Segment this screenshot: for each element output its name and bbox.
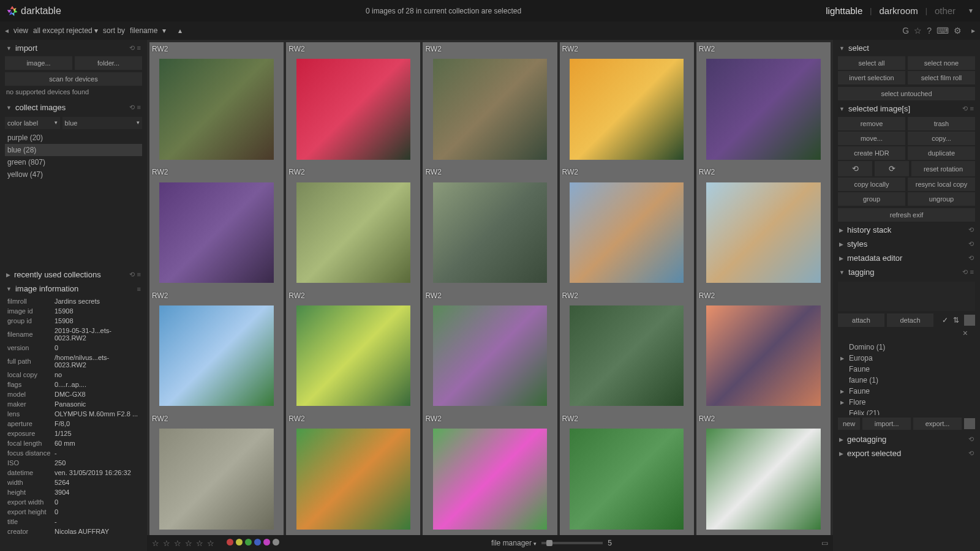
import-header[interactable]: ▼import ⟲ ≡ [5, 41, 142, 55]
trash-button[interactable]: trash [908, 117, 975, 130]
menu-icon[interactable]: ≡ [137, 103, 141, 111]
selected-images-header[interactable]: ▼selected image[s] ⟲ ≡ [838, 102, 975, 116]
collect-item[interactable]: purple (20) [5, 132, 142, 144]
thumbnail[interactable]: RW2 [560, 289, 694, 423]
tag-item[interactable]: Faune [838, 364, 975, 375]
thumbnail[interactable]: RW2 [286, 412, 420, 535]
detach-button[interactable]: detach [887, 313, 933, 327]
color-label-dot[interactable] [245, 539, 252, 545]
mode-dropdown-icon[interactable]: ▼ [968, 7, 974, 14]
menu-icon[interactable]: ≡ [137, 44, 141, 52]
hdr-button[interactable]: create HDR [838, 146, 905, 160]
keyboard-icon[interactable]: ⌨ [937, 26, 949, 36]
tag-item[interactable]: ▶Flore [838, 397, 975, 408]
panel-collapse-icon[interactable]: ◂ [5, 26, 9, 35]
duplicate-button[interactable]: duplicate [908, 146, 975, 160]
rotate-cw-button[interactable]: ⟳ [875, 161, 909, 176]
thumbnail[interactable]: RW2 [696, 42, 831, 176]
collect-item[interactable]: green (807) [5, 156, 142, 168]
remove-button[interactable]: remove [838, 117, 905, 130]
help-icon[interactable]: ? [927, 26, 932, 36]
thumbnail[interactable]: RW2 [423, 412, 557, 535]
color-label-dot[interactable] [254, 539, 261, 545]
scan-devices-button[interactable]: scan for devices [5, 72, 142, 86]
thumbnail[interactable]: RW2 [286, 289, 420, 423]
thumbnail[interactable]: RW2 [149, 165, 284, 299]
resync-button[interactable]: resync local copy [908, 178, 975, 191]
group-button[interactable]: group [838, 192, 905, 206]
tagging-header[interactable]: ▼tagging ⟲ ≡ [838, 265, 975, 279]
clear-tag-search-icon[interactable]: × [963, 328, 968, 338]
menu-icon[interactable]: ≡ [137, 285, 141, 293]
refresh-exif-button[interactable]: refresh exif [838, 208, 975, 222]
view-filter[interactable]: all except rejected ▾ [33, 26, 98, 35]
thumbnail[interactable]: RW2 [696, 165, 831, 299]
tag-item[interactable]: Félix (21) [838, 408, 975, 415]
panel-collapse-right-icon[interactable]: ▸ [971, 26, 975, 35]
zoom-slider[interactable] [541, 542, 603, 544]
export-header[interactable]: ▶export selected⟲ [838, 446, 975, 460]
select-filmroll-button[interactable]: select film roll [908, 71, 975, 84]
star-2[interactable]: ☆ [174, 539, 181, 548]
thumbnail[interactable]: RW2 [149, 289, 284, 423]
import-folder-button[interactable]: folder... [75, 56, 142, 70]
collect-item[interactable]: blue (28) [5, 144, 142, 156]
thumbnail[interactable]: RW2 [286, 165, 420, 299]
display-icon[interactable]: ▭ [821, 539, 828, 547]
geotagging-header[interactable]: ▶geotagging⟲ [838, 432, 975, 446]
copy-locally-button[interactable]: copy locally [838, 178, 905, 191]
move-button[interactable]: move... [838, 132, 905, 145]
sort-direction-down[interactable]: ▾ [162, 26, 166, 35]
layout-mode[interactable]: file manager ▾ [491, 539, 537, 547]
thumbnail[interactable]: RW2 [149, 42, 284, 176]
select-untouched-button[interactable]: select untouched [838, 87, 975, 100]
copy-button[interactable]: copy... [908, 132, 975, 145]
attach-button[interactable]: attach [838, 313, 884, 327]
list-view-icon[interactable] [964, 315, 975, 326]
new-tag-button[interactable]: new [838, 418, 860, 430]
thumbnail[interactable]: RW2 [423, 289, 557, 423]
sort-field[interactable]: filename [130, 26, 157, 35]
reset-icon[interactable]: ⟲ [962, 105, 968, 113]
star-1[interactable]: ☆ [163, 539, 170, 548]
styles-header[interactable]: ▶styles⟲ [838, 237, 975, 251]
reset-icon[interactable]: ⟲ [129, 103, 135, 111]
tab-darkroom[interactable]: darkroom [879, 6, 918, 16]
select-header[interactable]: ▼select [838, 41, 975, 55]
star-5[interactable]: ☆ [207, 539, 214, 548]
collect-item[interactable]: yellow (47) [5, 168, 142, 181]
tag-item[interactable]: ▶Europa [838, 353, 975, 364]
recent-collections-header[interactable]: ▶recently used collections ⟲ ≡ [5, 268, 142, 282]
metadata-header[interactable]: ▶metadata editor⟲ [838, 251, 975, 265]
tag-item[interactable]: ▶Faune [838, 386, 975, 397]
image-info-header[interactable]: ▼image information ≡ [5, 282, 142, 296]
select-none-button[interactable]: select none [908, 56, 975, 70]
menu-icon[interactable]: ≡ [137, 271, 141, 279]
thumbnail[interactable]: RW2 [560, 165, 694, 299]
collect-header[interactable]: ▼collect images ⟲ ≡ [5, 100, 142, 114]
import-tags-button[interactable]: import... [862, 418, 911, 430]
reset-rotation-button[interactable]: reset rotation [911, 161, 975, 176]
star-3[interactable]: ☆ [185, 539, 192, 548]
star-overlay-icon[interactable]: ☆ [914, 26, 922, 36]
thumbnail[interactable]: RW2 [423, 42, 557, 176]
star-4[interactable]: ☆ [196, 539, 203, 548]
color-label-dot[interactable] [227, 539, 233, 545]
filter-type-select[interactable]: color label ▾ [5, 117, 60, 129]
color-label-dot[interactable] [273, 539, 279, 545]
thumbnail[interactable]: RW2 [423, 165, 557, 299]
tag-item[interactable]: faune (1) [838, 375, 975, 386]
group-icon[interactable]: G [902, 26, 909, 36]
select-all-button[interactable]: select all [838, 56, 905, 70]
menu-icon[interactable]: ≡ [970, 105, 974, 113]
tag-item[interactable]: Domino (1) [838, 342, 975, 353]
color-label-dot[interactable] [236, 539, 243, 545]
reset-icon[interactable]: ⟲ [129, 44, 135, 52]
thumbnail[interactable]: RW2 [149, 412, 284, 535]
tab-lighttable[interactable]: lighttable [826, 6, 862, 16]
star-0[interactable]: ☆ [152, 539, 159, 548]
history-header[interactable]: ▶history stack⟲ [838, 223, 975, 237]
thumbnail[interactable]: RW2 [286, 42, 420, 176]
sort-direction-up[interactable]: ▴ [178, 26, 182, 35]
filter-value-select[interactable]: blue ▾ [62, 117, 142, 129]
